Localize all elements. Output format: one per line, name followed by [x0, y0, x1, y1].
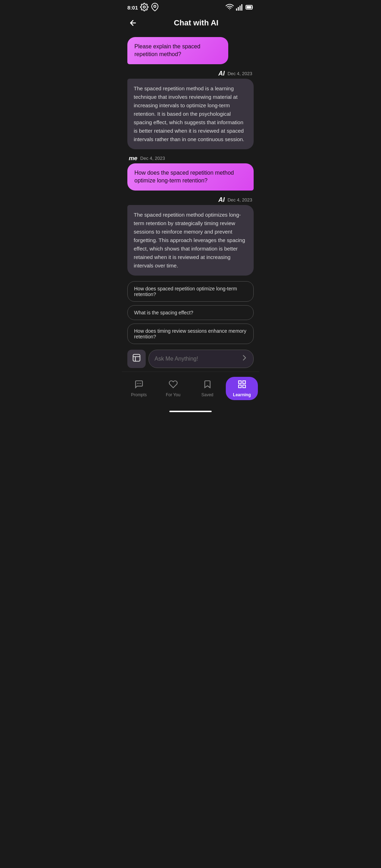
suggestion-chip-2[interactable]: What is the spacing effect?: [127, 305, 254, 320]
suggestion-chip-3[interactable]: How does timing review sessions enhance …: [127, 324, 254, 344]
svg-rect-9: [238, 381, 241, 384]
nav-item-prompts[interactable]: Prompts: [122, 378, 156, 399]
ai-date-2: Dec 4, 2023: [228, 197, 252, 203]
nav-label-saved: Saved: [201, 392, 213, 397]
send-icon: [240, 353, 249, 364]
svg-rect-12: [243, 385, 246, 388]
nav-item-learning-bg: Learning: [226, 377, 258, 400]
bottom-nav: Prompts For You Saved: [122, 372, 259, 409]
header: Chat with AI: [122, 14, 259, 34]
status-right: [225, 3, 254, 12]
me-date: Dec 4, 2023: [140, 156, 165, 161]
nav-label-prompts: Prompts: [131, 392, 147, 397]
svg-rect-8: [133, 354, 140, 361]
ai-date-1: Dec 4, 2023: [228, 71, 252, 76]
nav-label-for-you: For You: [166, 392, 180, 397]
ai-message-block-2: AI Dec 4, 2023 The spaced repetition met…: [127, 196, 254, 276]
ai-label-1: AI: [218, 70, 225, 77]
ai-bubble-1: The spaced repetition method is a learni…: [127, 79, 254, 149]
svg-point-0: [143, 6, 145, 8]
ai-bubble-2: The spaced repetition method optimizes l…: [127, 205, 254, 276]
attachment-icon: [132, 353, 141, 364]
svg-rect-7: [247, 6, 251, 8]
me-message-block: me Dec 4, 2023 How does the spaced repet…: [127, 155, 254, 191]
location-icon: [151, 3, 159, 12]
bookmark-icon: [203, 380, 212, 391]
suggestion-chip-1[interactable]: How does spaced repetition optimize long…: [127, 281, 254, 302]
ai-meta-2: AI Dec 4, 2023: [127, 196, 254, 204]
ai-label-2: AI: [218, 196, 225, 204]
status-time: 8:01: [127, 5, 138, 11]
chat-input[interactable]: [155, 356, 238, 362]
page-title: Chat with AI: [139, 18, 254, 28]
me-bubble: How does the spaced repetition method op…: [127, 163, 254, 191]
grid-icon: [237, 380, 247, 391]
nav-item-saved[interactable]: Saved: [190, 378, 224, 399]
heart-icon: [169, 380, 178, 391]
user-message-first: Please explain the spaced repetition met…: [127, 37, 228, 64]
svg-rect-10: [243, 381, 246, 384]
wifi-icon: [225, 3, 234, 12]
home-indicator: [169, 411, 212, 412]
svg-rect-2: [236, 8, 237, 11]
svg-point-1: [154, 5, 156, 7]
send-button[interactable]: [238, 352, 250, 366]
svg-rect-11: [238, 385, 241, 388]
status-left: 8:01: [127, 3, 159, 12]
signal-icon: [235, 3, 244, 12]
nav-label-learning: Learning: [233, 392, 251, 397]
svg-rect-4: [240, 6, 241, 11]
me-label: me: [129, 155, 138, 162]
nav-item-learning[interactable]: Learning: [224, 375, 259, 402]
attachment-button[interactable]: [127, 350, 146, 368]
settings-icon: [140, 3, 149, 12]
me-meta: me Dec 4, 2023: [127, 155, 254, 162]
chat-area: Please explain the spaced repetition met…: [122, 34, 259, 278]
back-button[interactable]: [127, 17, 139, 29]
ai-message-block-1: AI Dec 4, 2023 The spaced repetition met…: [127, 70, 254, 149]
svg-rect-3: [238, 7, 239, 11]
battery-icon: [245, 3, 254, 12]
status-bar: 8:01: [122, 0, 259, 14]
ai-meta-1: AI Dec 4, 2023: [127, 70, 254, 77]
svg-rect-5: [241, 4, 242, 11]
prompts-icon: [134, 380, 144, 391]
nav-item-for-you[interactable]: For You: [156, 378, 190, 399]
input-area: [122, 347, 259, 372]
chat-input-wrapper: [149, 350, 254, 368]
suggestions-area: How does spaced repetition optimize long…: [122, 278, 259, 347]
